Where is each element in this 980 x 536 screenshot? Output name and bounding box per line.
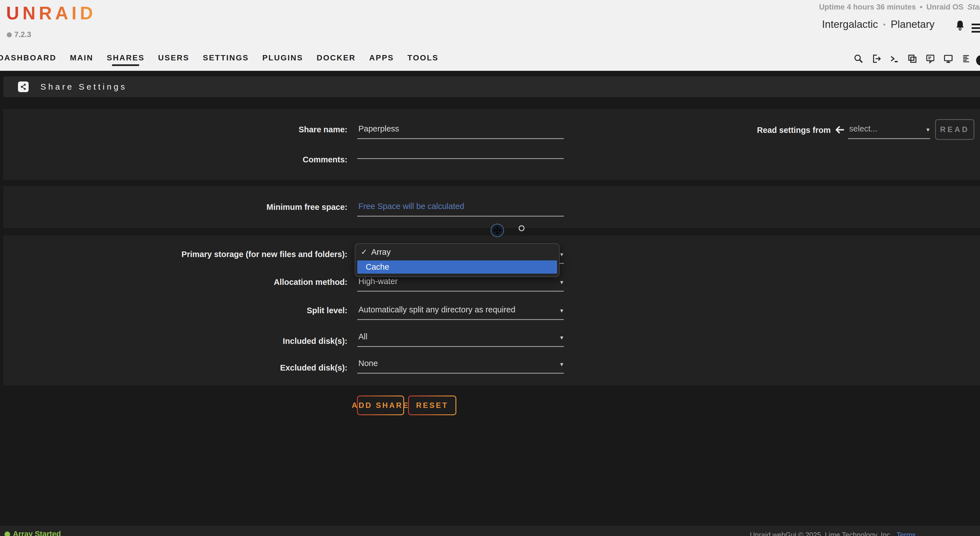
nav-item-shares[interactable]: SHARES [107,53,145,66]
share-icon [18,81,29,92]
uptime-status: Uptime 4 hours 36 minutes • Unraid OS St… [819,3,980,11]
comments-input[interactable] [357,154,564,159]
search-icon[interactable] [853,53,864,64]
theme-icon[interactable] [976,55,980,66]
read-settings-select[interactable]: select... ▾ [848,124,930,139]
server-name: Intergalactic [822,19,878,30]
included-disks-select[interactable]: All ▾ [357,332,564,347]
os-name: Unraid OS [926,3,963,11]
chevron-down-icon: ▾ [560,333,563,343]
reset-button[interactable]: RESET [408,396,456,415]
primary-storage-label: Primary storage (for new files and folde… [112,249,347,259]
footer: Array Started Unraid webGui © 2025, Lime… [0,526,980,536]
log-icon[interactable] [961,53,972,64]
circle-cursor-icon [519,225,525,231]
nav-utility-icons [853,53,972,64]
os-edition: Starter [967,3,980,11]
nav-item-settings[interactable]: SETTINGS [203,53,249,66]
nav-item-users[interactable]: USERS [158,53,189,66]
nav-item-plugins[interactable]: PLUGINS [262,53,303,66]
chevron-down-icon: ▾ [926,125,929,135]
split-level-select[interactable]: Automatically split any directory as req… [357,305,564,320]
share-name-label: Share name: [112,124,347,134]
panel-share-identity [3,109,980,180]
header: UNRAID 7.2.3 Uptime 4 hours 36 minutes •… [0,0,980,71]
min-free-space-input[interactable]: Free Space will be calculated [357,201,564,217]
allocation-method-label: Allocation method: [112,277,347,287]
bell-icon[interactable] [954,20,966,32]
monitor-icon[interactable] [943,53,954,64]
check-icon: ✓ [361,247,368,257]
nav-item-dashboard[interactable]: DASHBOARD [0,53,56,66]
server-description: Planetary [891,19,934,30]
footer-copyright: Unraid webGui © 2025, Lime Technology, I… [750,531,916,536]
dropdown-option-cache[interactable]: Cache [357,260,557,274]
arrow-left-icon [835,125,845,135]
version-number: 7.2.3 [14,30,31,39]
primary-storage-dropdown: ✓ Array Cache [355,243,560,277]
terms-link[interactable]: Terms [897,531,916,536]
dropdown-option-array[interactable]: ✓ Array [355,244,559,260]
status-dot-icon [5,531,10,536]
array-status: Array Started [5,530,61,536]
add-share-button[interactable]: ADD SHARE [357,396,404,415]
main-nav: DASHBOARD MAIN SHARES USERS SETTINGS PLU… [0,53,439,66]
nav-item-apps[interactable]: APPS [369,53,394,66]
chevron-down-icon: ▾ [560,249,563,260]
copy-icon[interactable] [907,53,918,64]
min-free-space-label: Minimum free space: [112,202,347,212]
chevron-down-icon: ▾ [560,277,563,287]
chevron-down-icon: ▾ [560,306,563,316]
nav-item-main[interactable]: MAIN [70,53,94,66]
dot-separator: • [883,20,886,29]
server-identity: Intergalactic • Planetary [822,19,934,30]
excluded-disks-label: Excluded disk(s): [112,363,347,373]
uptime-text: Uptime 4 hours 36 minutes [819,3,916,11]
version-badge: 7.2.3 [7,30,31,39]
page-title: Share Settings [40,82,127,92]
unraid-logo: UNRAID [6,3,96,24]
feedback-icon[interactable] [925,53,935,64]
split-level-label: Split level: [112,305,347,316]
share-name-input[interactable]: Paperpless [357,124,564,139]
read-settings-label: Read settings from [718,126,831,135]
nav-item-tools[interactable]: TOOLS [407,53,439,66]
terminal-icon[interactable] [889,53,900,64]
read-button[interactable]: READ [935,119,974,140]
move-cursor-icon [490,223,504,237]
page-title-bar: Share Settings [3,77,980,97]
excluded-disks-select[interactable]: None ▾ [357,358,564,373]
menu-icon[interactable] [972,24,980,35]
nav-item-docker[interactable]: DOCKER [317,53,356,66]
dot-separator: • [920,3,922,11]
version-dot-icon [7,32,12,37]
comments-label: Comments: [112,155,347,164]
allocation-method-select[interactable]: High-water ▾ [357,276,564,292]
chevron-down-icon: ▾ [560,359,563,369]
included-disks-label: Included disk(s): [112,336,347,346]
logout-icon[interactable] [871,53,882,64]
